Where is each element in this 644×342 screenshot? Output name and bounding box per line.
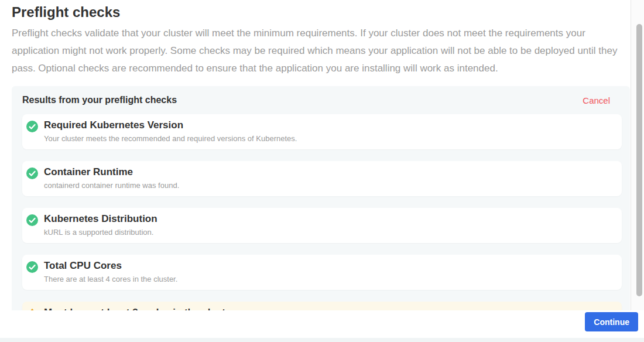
check-message: There are at least 4 cores in the cluste…	[44, 275, 612, 283]
bottom-strip	[0, 338, 644, 342]
check-circle-icon	[26, 167, 38, 179]
check-texts: Total CPU Cores There are at least 4 cor…	[44, 260, 612, 283]
footer-bar: Continue	[0, 310, 644, 338]
check-message: Your cluster meets the recommended and r…	[44, 134, 612, 143]
page-description: Preflight checks validate that your clus…	[12, 25, 628, 77]
check-card-required-kubernetes-version: Required Kubernetes Version Your cluster…	[22, 114, 622, 149]
preflight-results-panel: Results from your preflight checks Cance…	[12, 86, 630, 342]
check-circle-icon	[26, 121, 38, 132]
check-message: kURL is a supported distribution.	[44, 228, 612, 237]
check-texts: Container Runtime containerd container r…	[44, 166, 612, 190]
check-title: Container Runtime	[44, 166, 612, 178]
check-message: containerd container runtime was found.	[44, 181, 612, 190]
check-circle-icon	[26, 261, 38, 273]
scrollbar-track[interactable]	[631, 0, 644, 310]
check-card-kubernetes-distribution: Kubernetes Distribution kURL is a suppor…	[22, 208, 622, 243]
scrollbar-thumb[interactable]	[636, 24, 642, 296]
check-title: Total CPU Cores	[44, 260, 612, 272]
continue-button[interactable]: Continue	[585, 312, 638, 331]
panel-header: Results from your preflight checks Cance…	[22, 95, 610, 105]
check-title: Kubernetes Distribution	[44, 213, 612, 225]
check-card-container-runtime: Container Runtime containerd container r…	[22, 161, 622, 196]
check-title: Required Kubernetes Version	[44, 119, 612, 131]
check-texts: Kubernetes Distribution kURL is a suppor…	[44, 213, 612, 237]
check-texts: Required Kubernetes Version Your cluster…	[44, 119, 612, 143]
page-title: Preflight checks	[12, 5, 619, 20]
cancel-link[interactable]: Cancel	[583, 95, 610, 105]
panel-heading: Results from your preflight checks	[22, 95, 177, 105]
check-card-total-cpu-cores: Total CPU Cores There are at least 4 cor…	[22, 255, 622, 290]
check-circle-icon	[26, 214, 38, 226]
preflight-checks-page: Preflight checks Preflight checks valida…	[0, 0, 644, 342]
scroll-area: Preflight checks Preflight checks valida…	[0, 0, 631, 342]
